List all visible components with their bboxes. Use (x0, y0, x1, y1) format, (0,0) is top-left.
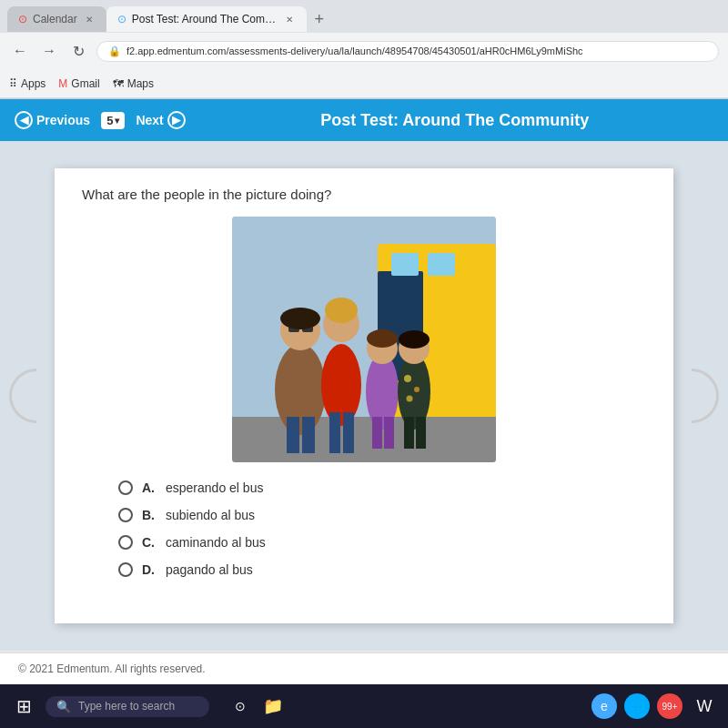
next-label: Next (136, 113, 163, 127)
tab-bar: ⊙ Calendar ✕ ⊙ Post Test: Around The Com… (0, 0, 728, 33)
question-number: 5 ▾ (101, 112, 125, 129)
scene-svg (232, 217, 496, 462)
taskbar-edge-icon[interactable]: 🌐 (624, 693, 650, 719)
option-a[interactable]: A. esperando el bus (118, 480, 646, 495)
maps-label: Maps (127, 77, 154, 90)
svg-point-14 (321, 344, 361, 426)
taskbar-files[interactable]: 📁 (258, 692, 288, 721)
svg-point-25 (404, 375, 411, 382)
option-d-letter: D. (142, 562, 157, 577)
svg-point-21 (367, 329, 398, 348)
apps-label: Apps (21, 77, 46, 90)
question-number-value: 5 (106, 114, 113, 127)
tab-posttest-close[interactable]: ✕ (283, 13, 296, 25)
taskbar-search-box[interactable]: 🔍 Type here to search (46, 696, 209, 717)
address-bar-row: ← → ↻ 🔒 f2.app.edmentum.com/assessments-… (0, 33, 728, 69)
refresh-button[interactable]: ↻ (67, 40, 89, 62)
bookmark-apps[interactable]: ⠿ Apps (9, 77, 46, 90)
svg-rect-22 (372, 417, 382, 449)
taskbar-chrome-icon[interactable]: e (592, 693, 617, 719)
gmail-icon: M (58, 77, 67, 90)
tab-posttest[interactable]: ⊙ Post Test: Around The Communi ✕ (106, 6, 307, 32)
svg-rect-17 (329, 412, 340, 453)
option-c-letter: C. (142, 535, 157, 550)
lock-icon: 🔒 (108, 46, 121, 57)
option-a-text: esperando el bus (166, 480, 263, 495)
svg-point-27 (407, 396, 413, 402)
options-section: A. esperando el bus B. subiendo al bus C… (118, 480, 646, 577)
apps-grid-icon: ⠿ (9, 77, 17, 90)
option-b-text: subiendo al bus (166, 508, 255, 522)
question-text: What are the people in the picture doing… (82, 187, 646, 202)
bookmark-gmail[interactable]: M Gmail (58, 77, 99, 90)
taskbar-badge: 99+ (657, 693, 682, 719)
radio-b[interactable] (118, 508, 133, 522)
start-button[interactable]: ⊞ (9, 692, 38, 721)
search-icon: 🔍 (56, 700, 71, 713)
taskbar: ⊞ 🔍 Type here to search ⊙ 📁 e 🌐 99+ W (0, 684, 728, 728)
taskbar-more-icon[interactable]: W (690, 692, 719, 721)
calendar-tab-icon: ⊙ (18, 13, 27, 25)
svg-rect-31 (416, 417, 426, 449)
gmail-label: Gmail (71, 77, 99, 90)
posttest-tab-label: Post Test: Around The Communi (132, 13, 278, 25)
question-image (232, 217, 496, 462)
svg-rect-12 (287, 417, 299, 453)
footer: © 2021 Edmentum. All rights reserved. (0, 652, 728, 684)
previous-button[interactable]: ◀ Previous (15, 111, 90, 129)
address-text: f2.app.edmentum.com/assessments-delivery… (126, 46, 583, 56)
option-c-text: caminando al bus (166, 535, 266, 550)
svg-point-29 (399, 330, 430, 349)
svg-point-11 (280, 308, 320, 329)
previous-label: Previous (36, 113, 90, 127)
content-card: What are the people in the picture doing… (55, 168, 673, 623)
taskbar-cortana[interactable]: ⊙ (226, 692, 255, 721)
windows-icon: ⊞ (16, 695, 32, 717)
next-button[interactable]: Next ▶ (136, 111, 185, 129)
svg-rect-13 (302, 417, 315, 453)
test-header: ◀ Previous 5 ▾ Next ▶ Post Test: Around … (0, 99, 728, 141)
svg-rect-4 (428, 253, 455, 276)
tab-calendar-close[interactable]: ✕ (83, 13, 96, 25)
option-d-text: pagando al bus (166, 562, 253, 577)
badge-count: 99+ (662, 702, 678, 712)
forward-button[interactable]: → (38, 40, 60, 62)
posttest-tab-icon: ⊙ (117, 13, 126, 25)
dropdown-icon[interactable]: ▾ (115, 116, 119, 126)
right-nav-decoration (692, 369, 719, 423)
svg-rect-5 (232, 417, 496, 462)
main-content: What are the people in the picture doing… (55, 168, 673, 623)
option-a-letter: A. (142, 480, 157, 495)
option-d[interactable]: D. pagando al bus (118, 562, 646, 577)
bookmarks-bar: ⠿ Apps M Gmail 🗺 Maps (0, 69, 728, 98)
svg-point-6 (275, 344, 326, 435)
option-c[interactable]: C. caminando al bus (118, 535, 646, 550)
maps-icon: 🗺 (113, 77, 124, 90)
image-container (82, 217, 646, 462)
svg-rect-23 (384, 417, 394, 449)
test-title: Post Test: Around The Community (197, 111, 713, 130)
browser-chrome: ⊙ Calendar ✕ ⊙ Post Test: Around The Com… (0, 0, 728, 99)
back-button[interactable]: ← (9, 40, 31, 62)
radio-a[interactable] (118, 480, 133, 495)
svg-rect-3 (391, 253, 419, 276)
new-tab-button[interactable]: + (307, 6, 332, 32)
calendar-tab-label: Calendar (33, 13, 77, 25)
option-b-letter: B. (142, 508, 157, 522)
left-nav-decoration (9, 369, 36, 423)
svg-point-16 (325, 298, 358, 323)
address-field[interactable]: 🔒 f2.app.edmentum.com/assessments-delive… (96, 41, 719, 62)
taskbar-search-text: Type here to search (78, 700, 175, 713)
taskbar-system-tray: e 🌐 99+ W (592, 692, 719, 721)
radio-c[interactable] (118, 535, 133, 550)
radio-d[interactable] (118, 562, 133, 577)
svg-point-26 (414, 387, 420, 392)
svg-rect-18 (343, 412, 354, 453)
previous-icon: ◀ (15, 111, 33, 129)
next-icon: ▶ (167, 111, 186, 129)
svg-rect-30 (404, 417, 414, 449)
option-b[interactable]: B. subiendo al bus (118, 508, 646, 522)
tab-calendar[interactable]: ⊙ Calendar ✕ (7, 6, 106, 32)
bookmark-maps[interactable]: 🗺 Maps (113, 77, 154, 90)
copyright-text: © 2021 Edmentum. All rights reserved. (18, 662, 206, 675)
